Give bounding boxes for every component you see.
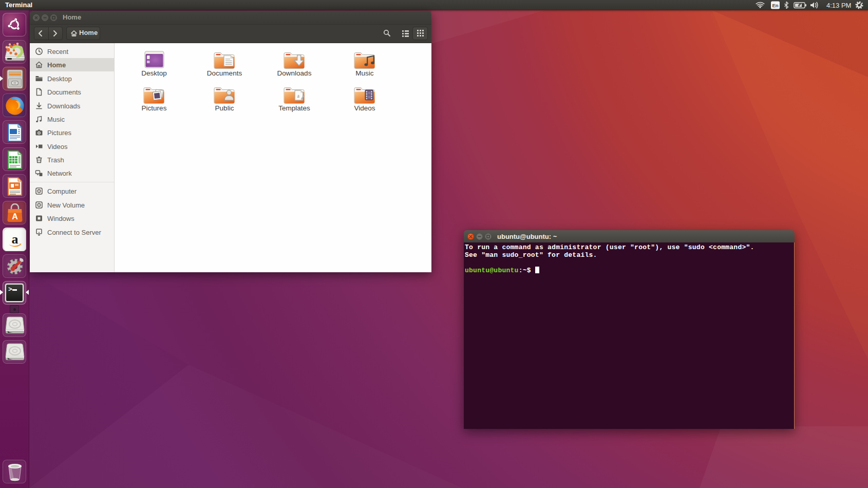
- svg-text:a: a: [12, 232, 18, 247]
- svg-text:A: A: [12, 212, 18, 221]
- svg-text:a: a: [297, 93, 300, 99]
- svg-text:En: En: [772, 3, 778, 8]
